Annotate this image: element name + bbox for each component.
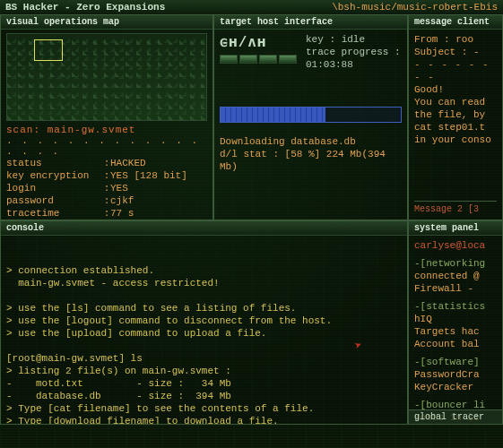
system-item: Firewall -: [414, 282, 497, 295]
separator: - - - - - - - -: [414, 58, 497, 83]
system-item: PasswordCra: [414, 368, 497, 381]
status-row: password:cjkf: [6, 194, 207, 207]
panel-header: message client: [409, 15, 502, 30]
download-status: Downloading database.db d/l stat : [58 %…: [220, 135, 402, 173]
status-row: key encryption:YES [128 bit]: [6, 169, 207, 182]
target-host-panel: target host interface ᴄ̵ʜ/ʌʜ key : idle …: [213, 14, 408, 220]
message-footer[interactable]: Message 2 [3: [414, 201, 497, 216]
panel-header: system panel: [409, 221, 502, 236]
system-section-header: -[statistics: [414, 300, 497, 313]
status-row: status:HACKED: [6, 157, 207, 169]
system-item: KeyCracker: [414, 381, 497, 393]
key-status: key : idle: [306, 33, 402, 46]
music-path: \bsh-music/music-robert-Ebis: [332, 2, 498, 13]
message-from: From : roo: [414, 33, 497, 46]
system-item: connected @: [414, 270, 497, 282]
system-item: Targets hac: [414, 325, 497, 338]
panel-header: console: [1, 221, 407, 236]
system-host: carlyse@loca: [414, 239, 497, 252]
system-panel: system panel carlyse@loca -[networkingco…: [408, 220, 503, 425]
system-section-header: -[networking: [414, 257, 497, 270]
status-row: login:YES: [6, 182, 207, 194]
status-row: tracetime:77 s: [6, 207, 207, 220]
host-logo: ᴄ̵ʜ/ʌʜ: [220, 33, 297, 51]
message-body: Good!You can readthe file, bycat step01.…: [414, 83, 497, 146]
console-panel: console > connection established. main-g…: [0, 220, 408, 425]
titlebar: BS Hacker - Zero Expansions \bsh-music/m…: [0, 0, 503, 14]
separator-dots: . . . . . . . . . . . . . . . . .: [6, 135, 207, 157]
console-output[interactable]: > connection established. main-gw.svmet …: [1, 236, 407, 424]
system-item: hIQ: [414, 313, 497, 325]
download-progress-bar: [220, 107, 402, 123]
map-target-box[interactable]: [34, 39, 63, 61]
app-title: BS Hacker - Zero Expansions: [5, 2, 165, 13]
global-tracer-button[interactable]: global tracer: [409, 409, 502, 424]
system-item: Account bal: [414, 338, 497, 350]
map-image[interactable]: [6, 33, 207, 121]
host-meter-icon: [220, 55, 297, 64]
trace-progress: trace progress : 01:03:88: [306, 46, 402, 71]
system-section-header: -[software]: [414, 356, 497, 368]
panel-header: target host interface: [214, 15, 407, 30]
scan-line: scan: main-gw.svmet: [6, 125, 207, 135]
visual-operations-map-panel: visual operations map scan: main-gw.svme…: [0, 14, 213, 220]
panel-header: visual operations map: [1, 15, 212, 30]
message-subject: Subject : -: [414, 46, 497, 58]
message-client-panel: message client From : roo Subject : - - …: [408, 14, 503, 220]
